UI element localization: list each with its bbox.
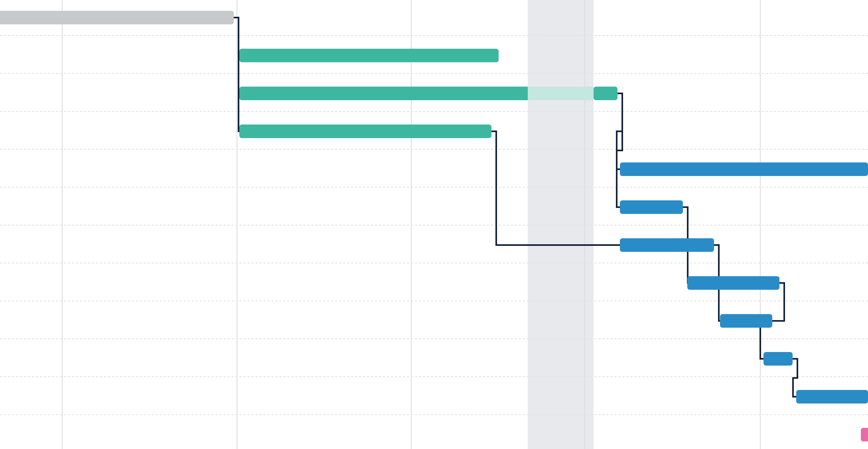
task-bar-t9[interactable] <box>763 352 793 366</box>
dependency-connector <box>783 282 785 322</box>
gridline-horizontal <box>0 187 868 188</box>
gridline-horizontal <box>0 414 868 415</box>
gridline-horizontal <box>0 73 868 74</box>
task-bar-t7[interactable] <box>687 276 779 290</box>
dependency-connector <box>495 131 497 246</box>
task-bar-t0[interactable] <box>0 11 234 24</box>
task-bar-t4[interactable] <box>620 162 868 176</box>
gridline-horizontal <box>0 149 868 150</box>
gridline-horizontal <box>0 225 868 225</box>
dependency-connector <box>495 244 621 246</box>
dependency-connector <box>238 17 239 132</box>
task-bar-t1[interactable] <box>239 49 499 62</box>
task-bar-t6[interactable] <box>620 238 714 252</box>
dependency-connector <box>616 150 617 208</box>
dependency-connector <box>621 93 623 151</box>
gridline-horizontal <box>0 111 868 112</box>
gridline-horizontal <box>0 338 868 339</box>
task-bar-t2c[interactable] <box>594 87 617 100</box>
gridline-horizontal <box>0 301 868 301</box>
dependency-connector <box>792 377 794 398</box>
task-bar-t8[interactable] <box>720 314 772 328</box>
task-bar-t10[interactable] <box>796 390 868 404</box>
overdue-marker[interactable] <box>861 428 868 441</box>
gridline-horizontal <box>0 35 868 36</box>
task-bar-t5[interactable] <box>620 200 683 214</box>
dependency-connector <box>797 358 798 379</box>
gantt-chart[interactable] <box>0 0 868 449</box>
gridline-horizontal <box>0 263 868 263</box>
task-bar-t2a[interactable] <box>239 87 528 100</box>
task-bar-t2b[interactable] <box>528 87 593 100</box>
gridline-horizontal <box>0 376 868 377</box>
task-bar-t3[interactable] <box>239 125 492 138</box>
